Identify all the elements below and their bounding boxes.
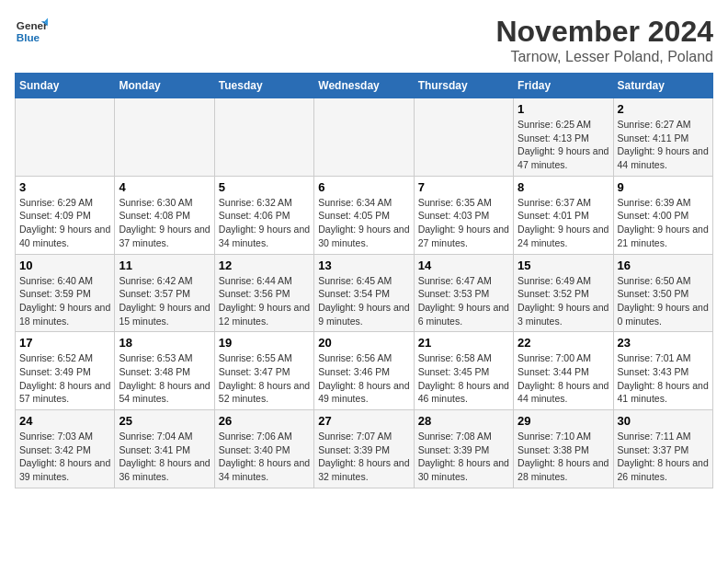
day-number: 15: [518, 259, 609, 272]
calendar-cell: 11Sunrise: 6:42 AM Sunset: 3:57 PM Dayli…: [115, 254, 214, 332]
day-info: Sunrise: 6:25 AM Sunset: 4:13 PM Dayligh…: [518, 118, 609, 172]
calendar-cell: 4Sunrise: 6:30 AM Sunset: 4:08 PM Daylig…: [115, 176, 214, 254]
day-number: 13: [318, 259, 409, 272]
day-info: Sunrise: 6:55 AM Sunset: 3:47 PM Dayligh…: [219, 351, 310, 406]
calendar-cell: 10Sunrise: 6:40 AM Sunset: 3:59 PM Dayli…: [16, 254, 115, 332]
day-number: 9: [618, 180, 709, 194]
day-number: 2: [618, 102, 709, 116]
day-info: Sunrise: 6:53 AM Sunset: 3:48 PM Dayligh…: [119, 351, 210, 406]
day-number: 17: [19, 336, 110, 350]
day-info: Sunrise: 7:00 AM Sunset: 3:44 PM Dayligh…: [518, 351, 609, 406]
day-number: 23: [618, 336, 709, 350]
calendar-header-saturday: Saturday: [613, 74, 712, 98]
calendar-cell: [214, 98, 313, 177]
calendar-week-1: 1Sunrise: 6:25 AM Sunset: 4:13 PM Daylig…: [16, 98, 713, 177]
day-info: Sunrise: 7:06 AM Sunset: 3:40 PM Dayligh…: [219, 430, 310, 484]
calendar-week-5: 24Sunrise: 7:03 AM Sunset: 3:42 PM Dayli…: [16, 410, 713, 488]
day-number: 8: [518, 180, 609, 194]
day-info: Sunrise: 6:47 AM Sunset: 3:53 PM Dayligh…: [418, 274, 509, 328]
day-info: Sunrise: 6:30 AM Sunset: 4:08 PM Dayligh…: [119, 196, 210, 250]
calendar-cell: 13Sunrise: 6:45 AM Sunset: 3:54 PM Dayli…: [314, 254, 414, 332]
calendar-cell: 18Sunrise: 6:53 AM Sunset: 3:48 PM Dayli…: [115, 332, 214, 410]
calendar-cell: 14Sunrise: 6:47 AM Sunset: 3:53 PM Dayli…: [414, 254, 513, 332]
calendar-cell: 8Sunrise: 6:37 AM Sunset: 4:01 PM Daylig…: [514, 176, 613, 254]
day-number: 5: [219, 180, 310, 194]
calendar-cell: [16, 98, 115, 177]
day-info: Sunrise: 6:56 AM Sunset: 3:46 PM Dayligh…: [318, 351, 409, 406]
calendar-cell: 24Sunrise: 7:03 AM Sunset: 3:42 PM Dayli…: [16, 410, 115, 488]
day-number: 3: [19, 180, 110, 194]
day-info: Sunrise: 7:01 AM Sunset: 3:43 PM Dayligh…: [618, 351, 709, 406]
svg-text:Blue: Blue: [17, 31, 40, 43]
day-info: Sunrise: 6:34 AM Sunset: 4:05 PM Dayligh…: [318, 196, 409, 250]
day-number: 12: [219, 259, 310, 272]
day-number: 21: [418, 336, 509, 350]
calendar-cell: 21Sunrise: 6:58 AM Sunset: 3:45 PM Dayli…: [414, 332, 513, 410]
logo: General Blue: [15, 15, 48, 48]
calendar-cell: 16Sunrise: 6:50 AM Sunset: 3:50 PM Dayli…: [613, 254, 712, 332]
day-number: 16: [618, 259, 709, 272]
calendar-header-monday: Monday: [115, 74, 214, 98]
day-number: 30: [618, 414, 709, 428]
day-info: Sunrise: 6:45 AM Sunset: 3:54 PM Dayligh…: [318, 274, 409, 328]
day-info: Sunrise: 7:07 AM Sunset: 3:39 PM Dayligh…: [318, 430, 409, 484]
logo-icon: General Blue: [15, 15, 48, 48]
calendar-cell: 22Sunrise: 7:00 AM Sunset: 3:44 PM Dayli…: [514, 332, 613, 410]
day-info: Sunrise: 6:42 AM Sunset: 3:57 PM Dayligh…: [119, 274, 210, 328]
day-number: 18: [119, 336, 210, 350]
day-info: Sunrise: 6:35 AM Sunset: 4:03 PM Dayligh…: [418, 196, 509, 250]
calendar-cell: 30Sunrise: 7:11 AM Sunset: 3:37 PM Dayli…: [613, 410, 712, 488]
day-number: 11: [119, 259, 210, 272]
title-area: November 2024 Tarnow, Lesser Poland, Pol…: [495, 15, 713, 65]
calendar-cell: 29Sunrise: 7:10 AM Sunset: 3:38 PM Dayli…: [514, 410, 613, 488]
calendar-cell: [115, 98, 214, 177]
calendar-cell: 23Sunrise: 7:01 AM Sunset: 3:43 PM Dayli…: [613, 332, 712, 410]
day-info: Sunrise: 6:40 AM Sunset: 3:59 PM Dayligh…: [19, 274, 110, 328]
calendar-cell: 26Sunrise: 7:06 AM Sunset: 3:40 PM Dayli…: [214, 410, 313, 488]
calendar-header-wednesday: Wednesday: [314, 74, 414, 98]
location-subtitle: Tarnow, Lesser Poland, Poland: [495, 49, 713, 65]
calendar-header-sunday: Sunday: [16, 74, 115, 98]
day-info: Sunrise: 6:29 AM Sunset: 4:09 PM Dayligh…: [19, 196, 110, 250]
day-number: 10: [19, 259, 110, 272]
calendar-cell: 2Sunrise: 6:27 AM Sunset: 4:11 PM Daylig…: [613, 98, 712, 177]
calendar-week-2: 3Sunrise: 6:29 AM Sunset: 4:09 PM Daylig…: [16, 176, 713, 254]
calendar-cell: 9Sunrise: 6:39 AM Sunset: 4:00 PM Daylig…: [613, 176, 712, 254]
calendar-cell: [314, 98, 414, 177]
day-info: Sunrise: 7:03 AM Sunset: 3:42 PM Dayligh…: [19, 430, 110, 484]
day-number: 26: [219, 414, 310, 428]
day-info: Sunrise: 6:52 AM Sunset: 3:49 PM Dayligh…: [19, 351, 110, 406]
calendar-table: SundayMondayTuesdayWednesdayThursdayFrid…: [15, 73, 713, 488]
calendar-header-tuesday: Tuesday: [214, 74, 313, 98]
calendar-cell: [414, 98, 513, 177]
calendar-cell: 19Sunrise: 6:55 AM Sunset: 3:47 PM Dayli…: [214, 332, 313, 410]
day-number: 24: [19, 414, 110, 428]
calendar-cell: 27Sunrise: 7:07 AM Sunset: 3:39 PM Dayli…: [314, 410, 414, 488]
calendar-cell: 25Sunrise: 7:04 AM Sunset: 3:41 PM Dayli…: [115, 410, 214, 488]
day-info: Sunrise: 6:37 AM Sunset: 4:01 PM Dayligh…: [518, 196, 609, 250]
day-info: Sunrise: 7:10 AM Sunset: 3:38 PM Dayligh…: [518, 430, 609, 484]
day-number: 29: [518, 414, 609, 428]
day-number: 20: [318, 336, 409, 350]
day-number: 6: [318, 180, 409, 194]
day-info: Sunrise: 6:27 AM Sunset: 4:11 PM Dayligh…: [618, 118, 709, 172]
calendar-cell: 15Sunrise: 6:49 AM Sunset: 3:52 PM Dayli…: [514, 254, 613, 332]
calendar-week-4: 17Sunrise: 6:52 AM Sunset: 3:49 PM Dayli…: [16, 332, 713, 410]
day-info: Sunrise: 7:04 AM Sunset: 3:41 PM Dayligh…: [119, 430, 210, 484]
calendar-cell: 28Sunrise: 7:08 AM Sunset: 3:39 PM Dayli…: [414, 410, 513, 488]
calendar-header-friday: Friday: [514, 74, 613, 98]
day-number: 19: [219, 336, 310, 350]
day-number: 7: [418, 180, 509, 194]
day-info: Sunrise: 6:44 AM Sunset: 3:56 PM Dayligh…: [219, 274, 310, 328]
calendar-cell: 20Sunrise: 6:56 AM Sunset: 3:46 PM Dayli…: [314, 332, 414, 410]
day-info: Sunrise: 7:11 AM Sunset: 3:37 PM Dayligh…: [618, 430, 709, 484]
day-number: 25: [119, 414, 210, 428]
calendar-cell: 17Sunrise: 6:52 AM Sunset: 3:49 PM Dayli…: [16, 332, 115, 410]
page-header: General Blue November 2024 Tarnow, Lesse…: [15, 15, 713, 65]
calendar-cell: 7Sunrise: 6:35 AM Sunset: 4:03 PM Daylig…: [414, 176, 513, 254]
day-number: 14: [418, 259, 509, 272]
day-number: 27: [318, 414, 409, 428]
calendar-cell: 1Sunrise: 6:25 AM Sunset: 4:13 PM Daylig…: [514, 98, 613, 177]
calendar-cell: 5Sunrise: 6:32 AM Sunset: 4:06 PM Daylig…: [214, 176, 313, 254]
day-number: 1: [518, 102, 609, 116]
